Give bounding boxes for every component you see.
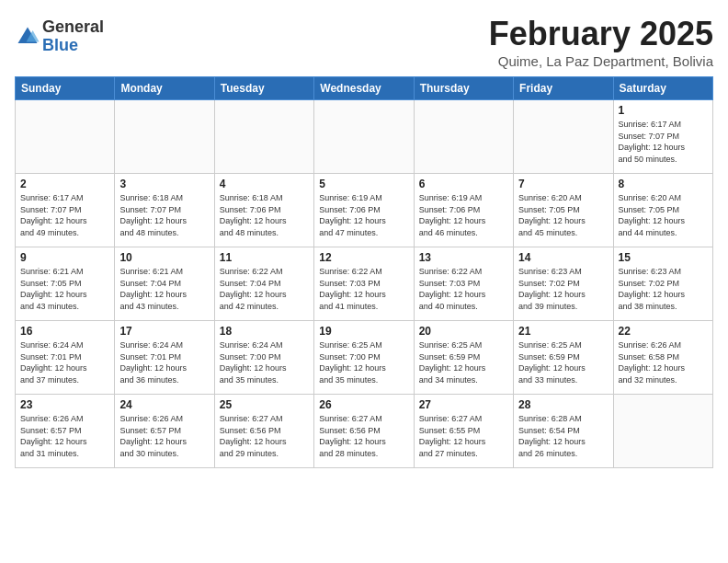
calendar-cell: 6Sunrise: 6:19 AM Sunset: 7:06 PM Daylig… <box>414 174 513 247</box>
day-info: Sunrise: 6:26 AM Sunset: 6:57 PM Dayligh… <box>20 413 109 459</box>
calendar-cell: 12Sunrise: 6:22 AM Sunset: 7:03 PM Dayli… <box>314 247 414 321</box>
weekday-header: Saturday <box>613 77 712 100</box>
day-info: Sunrise: 6:23 AM Sunset: 7:02 PM Dayligh… <box>619 266 708 312</box>
day-info: Sunrise: 6:26 AM Sunset: 6:58 PM Dayligh… <box>619 339 708 385</box>
day-number: 23 <box>20 398 109 411</box>
calendar-week-row: 2Sunrise: 6:17 AM Sunset: 7:07 PM Daylig… <box>16 174 713 247</box>
day-number: 15 <box>619 251 708 264</box>
weekday-header: Tuesday <box>214 77 313 100</box>
day-info: Sunrise: 6:27 AM Sunset: 6:55 PM Dayligh… <box>419 413 508 459</box>
day-number: 18 <box>220 325 309 338</box>
calendar-cell: 17Sunrise: 6:24 AM Sunset: 7:01 PM Dayli… <box>115 321 214 395</box>
day-info: Sunrise: 6:17 AM Sunset: 7:07 PM Dayligh… <box>20 192 109 238</box>
calendar-cell: 16Sunrise: 6:24 AM Sunset: 7:01 PM Dayli… <box>16 321 115 395</box>
day-info: Sunrise: 6:27 AM Sunset: 6:56 PM Dayligh… <box>220 413 309 459</box>
day-number: 14 <box>518 251 608 264</box>
day-info: Sunrise: 6:24 AM Sunset: 7:00 PM Dayligh… <box>220 339 309 385</box>
day-info: Sunrise: 6:22 AM Sunset: 7:04 PM Dayligh… <box>220 266 309 312</box>
calendar-cell: 27Sunrise: 6:27 AM Sunset: 6:55 PM Dayli… <box>414 395 513 468</box>
calendar-cell: 20Sunrise: 6:25 AM Sunset: 6:59 PM Dayli… <box>414 321 513 395</box>
title-area: February 2025 Quime, La Paz Department, … <box>489 15 713 69</box>
day-number: 22 <box>619 325 708 338</box>
day-info: Sunrise: 6:18 AM Sunset: 7:06 PM Dayligh… <box>220 192 309 238</box>
calendar-cell: 25Sunrise: 6:27 AM Sunset: 6:56 PM Dayli… <box>214 395 313 468</box>
day-number: 10 <box>119 251 209 264</box>
day-number: 7 <box>518 178 608 190</box>
day-info: Sunrise: 6:22 AM Sunset: 7:03 PM Dayligh… <box>419 266 508 312</box>
day-info: Sunrise: 6:25 AM Sunset: 6:59 PM Dayligh… <box>518 339 608 385</box>
day-number: 28 <box>518 398 608 411</box>
day-number: 26 <box>319 398 408 411</box>
calendar-cell: 13Sunrise: 6:22 AM Sunset: 7:03 PM Dayli… <box>414 247 513 321</box>
day-info: Sunrise: 6:21 AM Sunset: 7:05 PM Dayligh… <box>20 266 109 312</box>
day-info: Sunrise: 6:23 AM Sunset: 7:02 PM Dayligh… <box>518 266 608 312</box>
day-number: 3 <box>119 178 209 190</box>
logo: General Blue <box>15 18 104 55</box>
calendar-cell: 28Sunrise: 6:28 AM Sunset: 6:54 PM Dayli… <box>514 395 613 468</box>
day-number: 1 <box>619 104 708 117</box>
day-info: Sunrise: 6:18 AM Sunset: 7:07 PM Dayligh… <box>119 192 209 238</box>
calendar-cell: 22Sunrise: 6:26 AM Sunset: 6:58 PM Dayli… <box>613 321 712 395</box>
day-number: 19 <box>319 325 408 338</box>
day-info: Sunrise: 6:28 AM Sunset: 6:54 PM Dayligh… <box>518 413 608 459</box>
calendar-week-row: 9Sunrise: 6:21 AM Sunset: 7:05 PM Daylig… <box>16 247 713 321</box>
day-info: Sunrise: 6:17 AM Sunset: 7:07 PM Dayligh… <box>619 119 708 165</box>
calendar-cell <box>214 100 313 174</box>
calendar-cell: 4Sunrise: 6:18 AM Sunset: 7:06 PM Daylig… <box>214 174 313 247</box>
location-title: Quime, La Paz Department, Bolivia <box>489 53 713 69</box>
page-header: General Blue February 2025 Quime, La Paz… <box>15 15 713 69</box>
weekday-header: Thursday <box>414 77 513 100</box>
day-info: Sunrise: 6:20 AM Sunset: 7:05 PM Dayligh… <box>619 192 708 238</box>
calendar-cell <box>514 100 613 174</box>
day-number: 4 <box>220 178 309 190</box>
logo-blue-text: Blue <box>42 37 104 55</box>
day-info: Sunrise: 6:26 AM Sunset: 6:57 PM Dayligh… <box>119 413 209 459</box>
day-number: 17 <box>119 325 209 338</box>
day-number: 8 <box>619 178 708 190</box>
day-number: 16 <box>20 325 109 338</box>
day-info: Sunrise: 6:20 AM Sunset: 7:05 PM Dayligh… <box>518 192 608 238</box>
day-number: 2 <box>20 178 109 190</box>
weekday-header: Wednesday <box>314 77 414 100</box>
calendar-cell: 7Sunrise: 6:20 AM Sunset: 7:05 PM Daylig… <box>514 174 613 247</box>
day-number: 13 <box>419 251 508 264</box>
day-info: Sunrise: 6:22 AM Sunset: 7:03 PM Dayligh… <box>319 266 408 312</box>
day-number: 24 <box>119 398 209 411</box>
weekday-header: Monday <box>115 77 214 100</box>
calendar-week-row: 1Sunrise: 6:17 AM Sunset: 7:07 PM Daylig… <box>16 100 713 174</box>
weekday-header: Friday <box>514 77 613 100</box>
day-number: 11 <box>220 251 309 264</box>
calendar-cell: 15Sunrise: 6:23 AM Sunset: 7:02 PM Dayli… <box>613 247 712 321</box>
day-info: Sunrise: 6:19 AM Sunset: 7:06 PM Dayligh… <box>419 192 508 238</box>
calendar-cell: 10Sunrise: 6:21 AM Sunset: 7:04 PM Dayli… <box>115 247 214 321</box>
day-info: Sunrise: 6:27 AM Sunset: 6:56 PM Dayligh… <box>319 413 408 459</box>
day-number: 6 <box>419 178 508 190</box>
day-info: Sunrise: 6:25 AM Sunset: 7:00 PM Dayligh… <box>319 339 408 385</box>
calendar-cell: 24Sunrise: 6:26 AM Sunset: 6:57 PM Dayli… <box>115 395 214 468</box>
month-title: February 2025 <box>489 15 713 53</box>
calendar-cell: 8Sunrise: 6:20 AM Sunset: 7:05 PM Daylig… <box>613 174 712 247</box>
calendar-cell <box>613 395 712 468</box>
calendar-cell: 9Sunrise: 6:21 AM Sunset: 7:05 PM Daylig… <box>16 247 115 321</box>
calendar-cell <box>16 100 115 174</box>
calendar-cell: 14Sunrise: 6:23 AM Sunset: 7:02 PM Dayli… <box>514 247 613 321</box>
day-info: Sunrise: 6:19 AM Sunset: 7:06 PM Dayligh… <box>319 192 408 238</box>
day-info: Sunrise: 6:24 AM Sunset: 7:01 PM Dayligh… <box>119 339 209 385</box>
calendar-cell: 2Sunrise: 6:17 AM Sunset: 7:07 PM Daylig… <box>16 174 115 247</box>
day-info: Sunrise: 6:21 AM Sunset: 7:04 PM Dayligh… <box>119 266 209 312</box>
calendar-cell: 21Sunrise: 6:25 AM Sunset: 6:59 PM Dayli… <box>514 321 613 395</box>
logo-general-text: General <box>42 18 104 37</box>
calendar-cell: 11Sunrise: 6:22 AM Sunset: 7:04 PM Dayli… <box>214 247 313 321</box>
calendar-cell: 5Sunrise: 6:19 AM Sunset: 7:06 PM Daylig… <box>314 174 414 247</box>
calendar-cell: 23Sunrise: 6:26 AM Sunset: 6:57 PM Dayli… <box>16 395 115 468</box>
calendar-table: SundayMondayTuesdayWednesdayThursdayFrid… <box>15 76 713 468</box>
day-info: Sunrise: 6:25 AM Sunset: 6:59 PM Dayligh… <box>419 339 508 385</box>
logo-icon <box>15 24 40 50</box>
day-number: 25 <box>220 398 309 411</box>
calendar-cell: 18Sunrise: 6:24 AM Sunset: 7:00 PM Dayli… <box>214 321 313 395</box>
calendar-cell: 3Sunrise: 6:18 AM Sunset: 7:07 PM Daylig… <box>115 174 214 247</box>
calendar-cell: 1Sunrise: 6:17 AM Sunset: 7:07 PM Daylig… <box>613 100 712 174</box>
day-number: 5 <box>319 178 408 190</box>
calendar-cell <box>414 100 513 174</box>
day-info: Sunrise: 6:24 AM Sunset: 7:01 PM Dayligh… <box>20 339 109 385</box>
